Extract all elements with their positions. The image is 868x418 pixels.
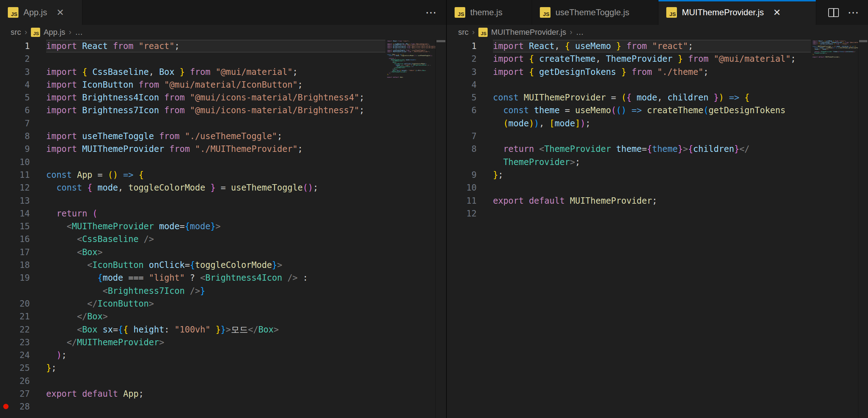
code-line[interactable]: 12: [447, 207, 811, 220]
minimap[interactable]: import React from "react";import { CssBa…: [385, 40, 435, 417]
code-line[interactable]: 11const App = () => {: [0, 169, 385, 181]
line-number[interactable]: 4: [447, 78, 493, 91]
code-line[interactable]: 9};: [447, 169, 811, 181]
code-line[interactable]: 13: [0, 194, 385, 207]
code-text[interactable]: [46, 117, 385, 130]
scrollbar[interactable]: [858, 40, 868, 418]
line-number[interactable]: 8: [0, 130, 46, 143]
code-text[interactable]: (mode)), [mode]);: [493, 117, 811, 130]
line-number[interactable]: 1: [447, 40, 493, 53]
code-line[interactable]: 15 <MUIThemeProvider mode={mode}>: [0, 220, 385, 233]
code-line[interactable]: 11export default MUIThemeProvider;: [447, 194, 811, 207]
tab-app-js[interactable]: JS App.js ✕: [0, 0, 82, 25]
code-text[interactable]: import Brightness4Icon from "@mui/icons-…: [46, 91, 385, 104]
code-text[interactable]: import Brightness7Icon from "@mui/icons-…: [46, 104, 385, 117]
code-text[interactable]: [493, 181, 811, 194]
line-number[interactable]: 23: [0, 336, 46, 349]
line-number[interactable]: 6: [0, 104, 46, 117]
code-text[interactable]: import MUIThemeProvider from "./MUITheme…: [46, 143, 385, 155]
close-icon[interactable]: ✕: [773, 8, 781, 17]
code-line[interactable]: 25};: [0, 362, 385, 374]
line-number[interactable]: [447, 117, 493, 130]
code-line[interactable]: 3import { CssBaseline, Box } from "@mui/…: [0, 66, 385, 78]
line-number[interactable]: 28: [0, 400, 46, 413]
code-text[interactable]: [493, 78, 811, 91]
line-number[interactable]: 10: [0, 156, 46, 169]
scrollbar[interactable]: [435, 40, 446, 418]
code-line[interactable]: 1import React, { useMemo } from "react";: [447, 40, 811, 53]
line-number[interactable]: 9: [447, 169, 493, 181]
code-text[interactable]: [46, 53, 385, 65]
code-text[interactable]: return <ThemeProvider theme={theme}>{chi…: [493, 143, 811, 155]
ellipsis-icon[interactable]: ⋯: [419, 0, 444, 25]
line-number[interactable]: 7: [447, 130, 493, 143]
code-line[interactable]: 2: [0, 53, 385, 65]
code-text[interactable]: import React, { useMemo } from "react";: [493, 40, 811, 53]
editor-group-divider[interactable]: [446, 0, 447, 418]
code-line[interactable]: 20 </IconButton>: [0, 297, 385, 310]
code-line[interactable]: (mode)), [mode]);: [447, 117, 811, 130]
line-number[interactable]: 12: [447, 207, 493, 220]
code-text[interactable]: export default MUIThemeProvider;: [493, 194, 811, 207]
code-text[interactable]: <CssBaseline />: [46, 233, 385, 246]
code-text[interactable]: return (: [46, 207, 385, 220]
code-line[interactable]: 8import useThemeToggle from "./useThemeT…: [0, 130, 385, 143]
code-text[interactable]: </Box>: [46, 310, 385, 323]
code-text[interactable]: </IconButton>: [46, 297, 385, 310]
line-number[interactable]: [0, 285, 46, 297]
line-number[interactable]: [447, 156, 493, 169]
code-text[interactable]: </MUIThemeProvider>: [46, 336, 385, 349]
line-number[interactable]: 7: [0, 117, 46, 130]
code-line[interactable]: 14 return (: [0, 207, 385, 220]
breadcrumb-folder[interactable]: src: [11, 28, 21, 37]
line-number[interactable]: 5: [447, 91, 493, 104]
code-line[interactable]: 18 <IconButton onClick={toggleColorMode}…: [0, 259, 385, 271]
line-number[interactable]: 20: [0, 297, 46, 310]
line-number[interactable]: 25: [0, 362, 46, 374]
line-number[interactable]: 4: [0, 78, 46, 91]
line-number[interactable]: 17: [0, 246, 46, 259]
code-text[interactable]: [46, 400, 385, 413]
code-text[interactable]: import { CssBaseline, Box } from "@mui/m…: [46, 66, 385, 78]
tab-usethemetoggle-js[interactable]: JS useThemeToggle.js: [532, 0, 658, 25]
line-number[interactable]: 5: [0, 91, 46, 104]
code-line[interactable]: 4import IconButton from "@mui/material/I…: [0, 78, 385, 91]
code-line[interactable]: 26: [0, 375, 385, 387]
code-line[interactable]: 2import { createTheme, ThemeProvider } f…: [447, 53, 811, 65]
code-text[interactable]: [493, 207, 811, 220]
line-number[interactable]: 13: [0, 194, 46, 207]
code-text[interactable]: <Box sx={{ height: "100vh" }}>모드</Box>: [46, 323, 385, 336]
code-line[interactable]: 6 const theme = useMemo(() => createThem…: [447, 104, 811, 117]
code-line[interactable]: 7: [447, 130, 811, 143]
breadcrumb-folder[interactable]: src: [458, 28, 468, 37]
minimap[interactable]: import React, { useMemo } from "react";i…: [811, 40, 858, 417]
code-line[interactable]: 7: [0, 117, 385, 130]
code-text[interactable]: const theme = useMemo(() => createTheme(…: [493, 104, 811, 117]
line-number[interactable]: 3: [447, 66, 493, 78]
line-number[interactable]: 15: [0, 220, 46, 233]
tab-muithemeprovider-js[interactable]: JS MUIThemeProvider.js ✕: [658, 0, 816, 25]
line-number[interactable]: 16: [0, 233, 46, 246]
code-text[interactable]: {mode === "light" ? <Brightness4Icon /> …: [46, 271, 385, 284]
code-text[interactable]: <Box>: [46, 246, 385, 259]
code-text[interactable]: const App = () => {: [46, 169, 385, 181]
code-text[interactable]: export default App;: [46, 387, 385, 400]
tab-theme-js[interactable]: JS theme.js: [447, 0, 532, 25]
breadcrumb-file[interactable]: MUIThemeProvider.js: [491, 28, 566, 37]
line-number[interactable]: 10: [447, 181, 493, 194]
code-text[interactable]: );: [46, 349, 385, 362]
line-number[interactable]: 1: [0, 40, 46, 53]
line-number[interactable]: 24: [0, 349, 46, 362]
code-text[interactable]: import IconButton from "@mui/material/Ic…: [46, 78, 385, 91]
breadcrumb-file[interactable]: App.js: [44, 28, 65, 37]
line-number[interactable]: 18: [0, 259, 46, 271]
code-text[interactable]: [46, 194, 385, 207]
line-number[interactable]: 2: [447, 53, 493, 65]
line-number[interactable]: 11: [0, 169, 46, 181]
code-line[interactable]: 19 {mode === "light" ? <Brightness4Icon …: [0, 271, 385, 284]
close-icon[interactable]: ✕: [56, 8, 64, 17]
code-text[interactable]: ThemeProvider>;: [493, 156, 811, 169]
ellipsis-icon[interactable]: ⋯: [842, 0, 865, 25]
code-line[interactable]: 5import Brightness4Icon from "@mui/icons…: [0, 91, 385, 104]
code-text[interactable]: import { createTheme, ThemeProvider } fr…: [493, 53, 811, 65]
